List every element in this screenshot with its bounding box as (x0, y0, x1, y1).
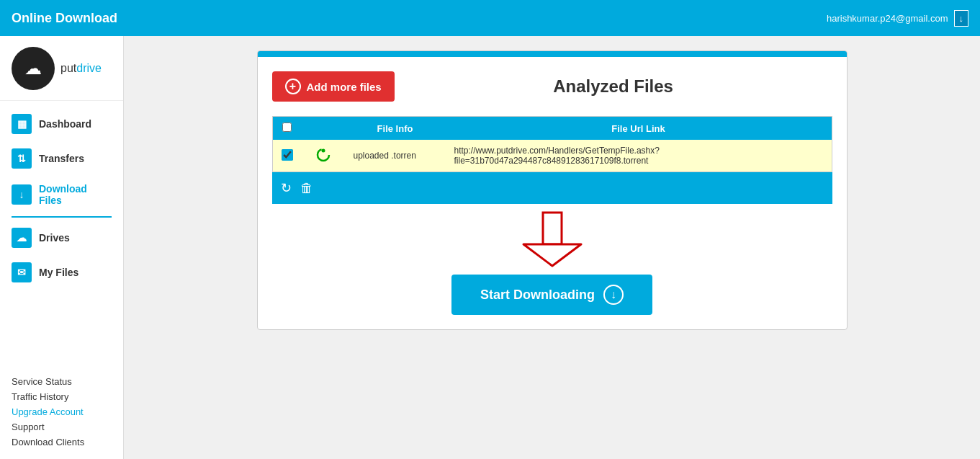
table-header: File Info File Url Link (272, 117, 832, 141)
row-checkbox[interactable] (282, 149, 293, 161)
col-file-url: File Url Link (446, 117, 832, 141)
sidebar-item-drives[interactable]: ☁ Drives (0, 220, 123, 255)
logo-text: putdrive (60, 62, 102, 75)
bottom-links: Service Status Traffic History Upgrade A… (0, 370, 123, 459)
add-more-files-label: Add more files (307, 81, 382, 93)
dashboard-icon: ▦ (12, 114, 32, 134)
sidebar-item-my-files[interactable]: ✉ My Files (0, 255, 123, 290)
sidebar-item-label-dashboard: Dashboard (39, 118, 91, 130)
file-table: File Info File Url Link (272, 116, 832, 172)
row-file-info: uploaded .torren (345, 140, 446, 172)
refresh-icon (316, 148, 331, 162)
start-download-wrapper: Start Downloading ↓ (272, 275, 832, 315)
panel-body: + Add more files Analyzed Files File In (258, 57, 847, 329)
panel-title: Analyzed Files (395, 76, 832, 97)
sidebar-item-transfers[interactable]: ⇅ Transfers (0, 141, 123, 176)
main-content: + Add more files Analyzed Files File In (124, 36, 980, 459)
plus-circle-icon: + (285, 79, 301, 94)
sidebar-item-label-my-files: My Files (39, 267, 78, 278)
add-more-files-button[interactable]: + Add more files (272, 71, 395, 102)
drives-icon: ☁ (12, 228, 32, 248)
table-body: uploaded .torren http://www.putdrive.com… (272, 140, 832, 172)
page-title: Online Download (12, 11, 117, 26)
col-file-info: File Info (345, 117, 446, 141)
user-download-icon: ↓ (954, 10, 969, 27)
transfers-icon: ⇅ (12, 148, 32, 169)
sidebar-item-label-drives: Drives (39, 232, 70, 244)
row-file-url: http://www.putdrive.com/Handlers/GetTemp… (446, 140, 832, 172)
sidebar-item-download-files[interactable]: ↓ Download Files (0, 176, 123, 213)
logo-area: ☁ putdrive (0, 36, 123, 101)
layout: ☁ putdrive ▦ Dashboard ⇅ Transfers ↓ Dow… (0, 36, 980, 459)
start-download-icon: ↓ (603, 285, 624, 305)
start-downloading-label: Start Downloading (480, 288, 595, 303)
table-row: uploaded .torren http://www.putdrive.com… (272, 140, 832, 172)
support-link[interactable]: Support (12, 422, 112, 432)
analyzed-files-panel: + Add more files Analyzed Files File In (257, 50, 848, 330)
sidebar-item-label-transfers: Transfers (39, 153, 84, 164)
delete-bar-icon[interactable]: 🗑 (300, 181, 313, 196)
svg-point-1 (321, 148, 325, 152)
download-arrow (516, 211, 588, 269)
panel-header (258, 51, 847, 57)
my-files-icon: ✉ (12, 262, 32, 282)
logo-icon: ☁ (12, 47, 55, 90)
user-info: harishkumar.p24@gmail.com ↓ (827, 10, 968, 27)
traffic-history-link[interactable]: Traffic History (12, 391, 112, 402)
sidebar-item-dashboard[interactable]: ▦ Dashboard (0, 107, 123, 141)
row-checkbox-cell (272, 140, 302, 172)
panel-top-row: + Add more files Analyzed Files (272, 71, 832, 102)
upgrade-account-link[interactable]: Upgrade Account (12, 406, 112, 417)
row-status-cell (302, 140, 345, 172)
col-status (302, 117, 345, 141)
download-files-icon: ↓ (12, 184, 32, 205)
sidebar: ☁ putdrive ▦ Dashboard ⇅ Transfers ↓ Dow… (0, 36, 124, 459)
arrow-container (272, 211, 832, 269)
service-status-link[interactable]: Service Status (12, 376, 112, 387)
refresh-bar-icon[interactable]: ↻ (281, 180, 292, 196)
user-email: harishkumar.p24@gmail.com (827, 13, 948, 24)
start-downloading-button[interactable]: Start Downloading ↓ (451, 275, 652, 315)
col-checkbox (272, 117, 302, 141)
logo-put: put (60, 62, 76, 74)
top-bar: Online Download harishkumar.p24@gmail.co… (0, 0, 980, 36)
svg-marker-3 (523, 244, 581, 266)
nav-items: ▦ Dashboard ⇅ Transfers ↓ Download Files… (0, 101, 123, 370)
table-bottom-bar: ↻ 🗑 (272, 172, 832, 204)
nav-divider (12, 216, 112, 218)
logo-drive: drive (76, 62, 102, 74)
svg-rect-2 (543, 213, 562, 244)
cloud-icon: ☁ (24, 58, 42, 79)
select-all-checkbox[interactable] (282, 122, 292, 132)
sidebar-item-label-download-files: Download Files (39, 183, 112, 206)
download-clients-link[interactable]: Download Clients (12, 437, 112, 447)
